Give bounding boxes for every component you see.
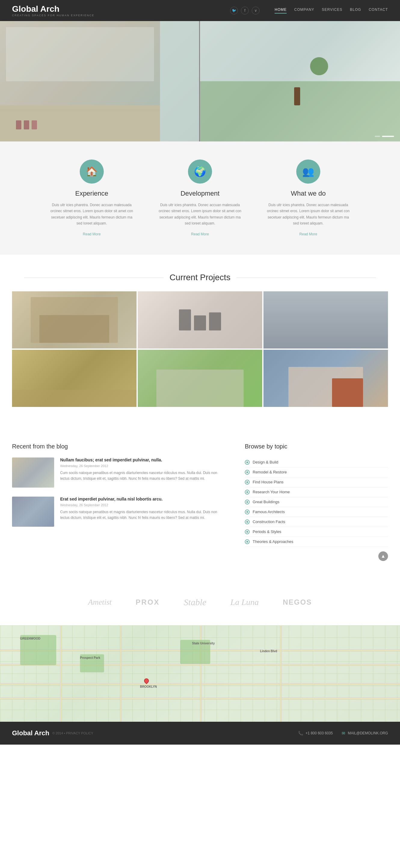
feature-experience: 🏠 Experience Duis ultr icies pharetra. D… bbox=[49, 159, 134, 237]
project-image-4[interactable] bbox=[12, 350, 137, 407]
main-nav: 🐦 f v HOME COMPANY SERVICES BLOG CONTACT bbox=[230, 7, 388, 14]
development-read-more[interactable]: Read More bbox=[191, 232, 209, 236]
facebook-icon[interactable]: f bbox=[241, 7, 249, 14]
browse-label-3: Research Your Home bbox=[253, 490, 290, 494]
blog-content-1: Nullam faucibus; erat sed imperdiet pulv… bbox=[60, 458, 227, 488]
blog-title: Recent from the blog bbox=[12, 443, 227, 450]
client-laluna[interactable]: La Luna bbox=[230, 597, 259, 607]
feature-what-we-do: 👥 What we do Duis ultr icies pharetra. D… bbox=[266, 159, 351, 237]
footer-phone-number: +1 800 603 6035 bbox=[306, 731, 333, 735]
vimeo-icon[interactable]: v bbox=[252, 7, 260, 14]
experience-icon: 🏠 bbox=[80, 159, 104, 184]
twitter-icon[interactable]: 🐦 bbox=[230, 7, 238, 14]
projects-section: Current Projects bbox=[0, 255, 400, 425]
client-prox[interactable]: PROX bbox=[136, 598, 160, 607]
map-road-v4 bbox=[60, 625, 62, 722]
what-we-do-read-more[interactable]: Read More bbox=[299, 232, 317, 236]
nav-blog[interactable]: BLOG bbox=[350, 7, 361, 13]
footer-logo: Global Arch bbox=[12, 729, 49, 737]
footer-email: ✉ MAIL@DEMOLINK.ORG bbox=[342, 731, 388, 736]
project-image-5[interactable] bbox=[138, 350, 262, 407]
browse-dot-2 bbox=[245, 480, 249, 485]
project-image-6[interactable] bbox=[263, 350, 388, 407]
experience-read-more[interactable]: Read More bbox=[83, 232, 100, 236]
browse-item-2[interactable]: Find House Plans bbox=[245, 477, 388, 487]
project-grid bbox=[12, 291, 388, 407]
nav-contact[interactable]: CONTACT bbox=[369, 7, 388, 13]
blog-post-1: Nullam faucibus; erat sed imperdiet pulv… bbox=[12, 458, 227, 488]
projects-title: Current Projects bbox=[12, 273, 388, 282]
what-we-do-text: Duis ultr icies pharetra. Donec accuan m… bbox=[266, 202, 351, 227]
browse-dot-8 bbox=[245, 539, 249, 544]
browse-dot-7 bbox=[245, 529, 249, 534]
browse-item-8[interactable]: Theories & Approaches bbox=[245, 537, 388, 547]
hero-background bbox=[0, 21, 400, 142]
browse-dot-1 bbox=[245, 470, 249, 475]
nav-home[interactable]: HOME bbox=[275, 7, 287, 13]
blog-section: Recent from the blog Nullam faucibus; er… bbox=[12, 443, 227, 561]
project-image-1[interactable] bbox=[12, 291, 137, 348]
browse-items: Design & BuildRemodel & RestoreFind Hous… bbox=[245, 458, 388, 547]
client-stable[interactable]: Stable bbox=[184, 597, 206, 607]
footer-right: 📞 +1 800 603 6035 ✉ MAIL@DEMOLINK.ORG bbox=[298, 731, 388, 736]
footer-email-address: MAIL@DEMOLINK.ORG bbox=[348, 731, 388, 735]
project-image-3[interactable] bbox=[263, 291, 388, 348]
blog-post-date-2: Wednesday, 26 September 2012 bbox=[60, 503, 227, 507]
map-section: BROOKLYN Prospect Park GREENWOOD State U… bbox=[0, 625, 400, 722]
browse-item-4[interactable]: Great Buildings bbox=[245, 497, 388, 507]
client-ametist[interactable]: Ametist bbox=[88, 598, 111, 607]
development-title: Development bbox=[158, 190, 242, 197]
browse-item-3[interactable]: Research Your Home bbox=[245, 487, 388, 497]
map-road-v3 bbox=[280, 625, 282, 722]
header: Global Arch CREATING SPACES FOR HUMAN EX… bbox=[0, 0, 400, 21]
browse-label-5: Famous Architects bbox=[253, 509, 285, 514]
browse-dot-0 bbox=[245, 460, 249, 465]
map-label-brooklyn: BROOKLYN bbox=[140, 685, 157, 688]
experience-text: Duis ultr icies pharetra. Donec accuan m… bbox=[49, 202, 134, 227]
browse-section: Browse by topic Design & BuildRemodel & … bbox=[245, 443, 388, 561]
browse-item-0[interactable]: Design & Build bbox=[245, 458, 388, 467]
nav-services[interactable]: SERVICES bbox=[322, 7, 342, 13]
browse-item-5[interactable]: Famous Architects bbox=[245, 507, 388, 517]
what-we-do-icon: 👥 bbox=[296, 159, 320, 184]
blog-content-2: Erat sed imperdiet pulvinar, nulla nisl … bbox=[60, 497, 227, 527]
browse-label-8: Theories & Approaches bbox=[253, 539, 293, 544]
hero-section bbox=[0, 21, 400, 142]
logo-area: Global Arch CREATING SPACES FOR HUMAN EX… bbox=[12, 4, 94, 17]
browse-label-6: Construction Facts bbox=[253, 520, 285, 524]
scroll-up-button[interactable]: ▲ bbox=[378, 551, 388, 561]
experience-title: Experience bbox=[49, 190, 134, 197]
client-negos[interactable]: NEGOS bbox=[283, 598, 312, 607]
browse-title: Browse by topic bbox=[245, 443, 388, 450]
footer: Global Arch © 2014 • PRIVACY POLICY 📞 +1… bbox=[0, 722, 400, 745]
browse-item-6[interactable]: Construction Facts bbox=[245, 517, 388, 527]
feature-development: 🌍 Development Duis ultr icies pharetra. … bbox=[158, 159, 242, 237]
map-label-park: Prospect Park bbox=[80, 656, 100, 659]
indicator-2[interactable] bbox=[382, 136, 394, 137]
footer-left: Global Arch © 2014 • PRIVACY POLICY bbox=[12, 729, 93, 737]
blog-post-2: Erat sed imperdiet pulvinar, nulla nisl … bbox=[12, 497, 227, 527]
browse-item-7[interactable]: Periods & Styles bbox=[245, 527, 388, 537]
blog-post-date-1: Wednesday, 26 September 2012 bbox=[60, 464, 227, 468]
browse-label-0: Design & Build bbox=[253, 460, 278, 464]
logo-tagline: CREATING SPACES FOR HUMAN EXPERIENCE bbox=[12, 14, 94, 17]
blog-thumb-2 bbox=[12, 497, 54, 527]
map-background: BROOKLYN Prospect Park GREENWOOD State U… bbox=[0, 625, 400, 722]
browse-item-1[interactable]: Remodel & Restore bbox=[245, 467, 388, 477]
browse-dot-4 bbox=[245, 500, 249, 504]
map-label-flatbush: State University bbox=[192, 642, 215, 645]
nav-company[interactable]: COMPANY bbox=[294, 7, 314, 13]
indicator-1[interactable] bbox=[375, 136, 380, 137]
map-road-v1 bbox=[120, 625, 122, 722]
hero-image-right bbox=[160, 21, 400, 142]
features-section: 🏠 Experience Duis ultr icies pharetra. D… bbox=[0, 142, 400, 255]
development-text: Duis ultr icies pharetra. Donec accuan m… bbox=[158, 202, 242, 227]
blog-post-title-2[interactable]: Erat sed imperdiet pulvinar, nulla nisl … bbox=[60, 497, 227, 501]
map-label-greenwood: GREENWOOD bbox=[20, 637, 41, 640]
blog-thumb-1 bbox=[12, 458, 54, 488]
logo-title: Global Arch bbox=[12, 4, 94, 14]
blog-post-text-1: Cum sociis natoque penatibus et magnis d… bbox=[60, 470, 227, 482]
blog-post-title-1[interactable]: Nullam faucibus; erat sed imperdiet pulv… bbox=[60, 458, 227, 462]
phone-icon: 📞 bbox=[298, 731, 303, 736]
project-image-2[interactable] bbox=[138, 291, 262, 348]
